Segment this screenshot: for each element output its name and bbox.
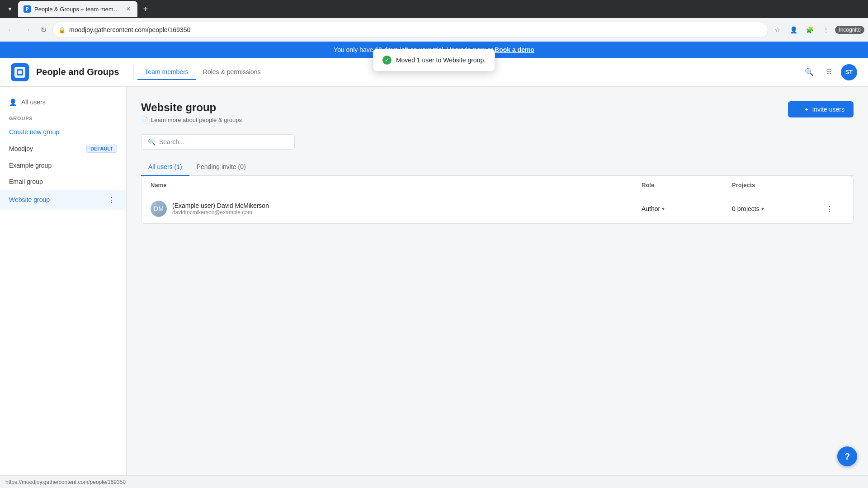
search-icon: 🔍 (148, 138, 156, 145)
settings-icon[interactable]: ⋮ (819, 23, 833, 37)
projects-label: 0 projects (732, 205, 760, 212)
tab-title: People & Groups – team mem… (34, 6, 119, 13)
address-bar[interactable]: 🔒 moodjoy.gathercontent.com/people/16935… (52, 22, 768, 38)
sidebar-item-example-group[interactable]: Example group (0, 157, 126, 174)
group-name-website: Website group (9, 196, 106, 203)
toast-message: Moved 1 user to Website group. (396, 56, 486, 64)
avatar: DM (151, 201, 167, 217)
toast-check-icon: ✓ (382, 56, 392, 65)
status-bar: https://moodjoy.gathercontent.com/people… (0, 475, 868, 488)
incognito-badge: Incognito (835, 26, 864, 34)
invite-users-button[interactable]: 👤+ Invite users (788, 101, 854, 117)
tabs-container: All users (1) Pending invite (0) (141, 159, 854, 176)
invite-label: Invite users (812, 106, 844, 113)
role-chevron-icon: ▾ (662, 206, 665, 212)
projects-chevron-icon: ▾ (761, 206, 764, 212)
forward-button[interactable]: → (20, 23, 34, 37)
tab-favicon: P (24, 5, 31, 13)
reload-button[interactable]: ↻ (36, 23, 51, 37)
new-tab-button[interactable]: + (139, 3, 152, 15)
lock-icon: 🔒 (58, 27, 66, 33)
bookmark-icon[interactable]: ☆ (770, 23, 784, 37)
group-name-example: Example group (9, 162, 117, 169)
sidebar-item-email-group[interactable]: Email group (0, 174, 126, 190)
sidebar: 👤 All users GROUPS Create new group Mood… (0, 87, 127, 475)
incognito-label: Incognito (839, 27, 861, 33)
content-area: Website group 📄 Learn more about people … (127, 87, 868, 475)
extension-icon[interactable]: 🧩 (802, 23, 817, 37)
group-menu-icon[interactable]: ⋮ (106, 194, 117, 205)
back-button[interactable]: ← (4, 23, 18, 37)
sidebar-all-users[interactable]: 👤 All users (0, 94, 126, 110)
col-name: Name (151, 182, 642, 188)
toast-notification: ✓ Moved 1 user to Website group. (373, 49, 495, 71)
search-input[interactable] (159, 138, 288, 145)
app-title: People and Groups (36, 67, 119, 77)
status-url: https://moodjoy.gathercontent.com/people… (5, 479, 126, 485)
learn-more-link[interactable]: 📄 Learn more about people & groups (141, 117, 242, 123)
tab-dropdown[interactable]: ▼ (4, 3, 16, 15)
help-button[interactable]: ? (837, 446, 857, 466)
app-logo[interactable] (11, 63, 29, 81)
address-url: moodjoy.gathercontent.com/people/169350 (69, 26, 762, 33)
profile-icon[interactable]: 👤 (786, 23, 801, 37)
table-header-row: Name Role Projects (142, 176, 853, 194)
app-logo-inner (14, 67, 25, 78)
role-label: Author (642, 205, 660, 212)
col-projects: Projects (732, 182, 822, 188)
learn-more-icon: 📄 (141, 117, 148, 123)
all-users-label: All users (21, 99, 46, 106)
default-badge: DEFAULT (86, 145, 117, 153)
apps-icon-btn[interactable]: ⠿ (821, 64, 837, 80)
sidebar-item-moodjoy[interactable]: Moodjoy DEFAULT (0, 140, 126, 157)
user-email: davidmcmikerson@example.com (172, 209, 269, 216)
table-row: DM (Example user) David McMikerson david… (142, 194, 853, 223)
active-tab[interactable]: P People & Groups – team mem… ✕ (18, 1, 137, 17)
create-new-group[interactable]: Create new group (0, 124, 126, 140)
all-users-icon: 👤 (9, 99, 17, 106)
tab-close-icon[interactable]: ✕ (125, 5, 132, 13)
col-actions (822, 182, 844, 188)
user-projects-cell[interactable]: 0 projects ▾ (732, 205, 822, 212)
group-name-email: Email group (9, 178, 117, 185)
header-nav: Team members Roles & permissions (137, 65, 268, 80)
nav-roles-permissions[interactable]: Roles & permissions (196, 65, 268, 80)
group-name-moodjoy: Moodjoy (9, 145, 86, 152)
user-avatar[interactable]: ST (841, 64, 857, 80)
tab-pending-invite[interactable]: Pending invite (0) (189, 159, 253, 176)
nav-team-members[interactable]: Team members (137, 65, 195, 80)
user-avatar-img: DM (151, 201, 167, 217)
learn-more-text: Learn more about people & groups (151, 117, 242, 123)
page-title: Website group (141, 101, 242, 114)
row-more-menu[interactable]: ⋮ (822, 202, 837, 216)
invite-icon: 👤+ (797, 106, 808, 113)
tab-all-users[interactable]: All users (1) (141, 159, 189, 176)
user-name-cell: DM (Example user) David McMikerson david… (151, 201, 642, 217)
search-box[interactable]: 🔍 (141, 134, 295, 150)
col-role: Role (642, 182, 732, 188)
sidebar-item-website-group[interactable]: Website group ⋮ (0, 190, 126, 210)
groups-section-label: GROUPS (0, 110, 126, 124)
user-role-cell[interactable]: Author ▾ (642, 205, 732, 212)
search-icon-btn[interactable]: 🔍 (801, 64, 817, 80)
users-table: Name Role Projects DM (Example user) Dav… (141, 176, 854, 224)
header-divider (133, 65, 134, 80)
user-display-name: (Example user) David McMikerson (172, 202, 269, 209)
book-demo-link[interactable]: Book a demo (495, 46, 534, 53)
